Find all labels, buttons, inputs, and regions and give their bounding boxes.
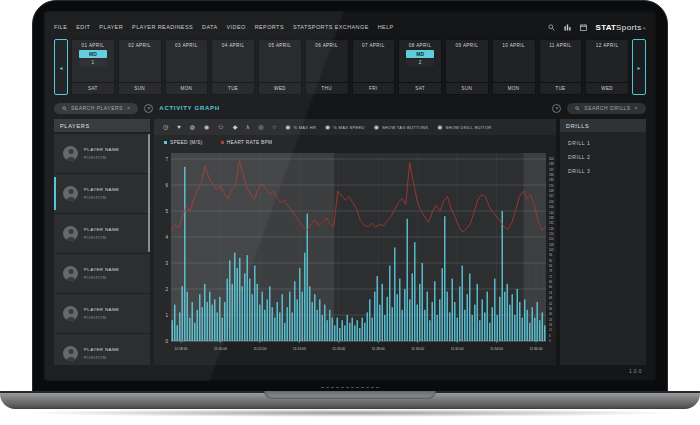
player-item[interactable]: PLAYER NAMEPOSITION bbox=[54, 334, 150, 365]
collapse-left-panel-icon[interactable]: × bbox=[144, 104, 153, 113]
date-card-middle bbox=[493, 48, 535, 82]
load-icon[interactable]: ⚇ bbox=[218, 124, 223, 130]
date-card-08-april[interactable]: 08 APRILMD2SAT bbox=[398, 39, 442, 95]
right-tick-label: 156 bbox=[549, 200, 554, 204]
menu-item-video[interactable]: VIDEO bbox=[227, 24, 246, 30]
left-tick-label: 2 bbox=[165, 287, 168, 292]
date-label: 11 APRIL bbox=[540, 40, 582, 48]
toggle-show-drill-editor[interactable]: ◉SHOW DRILL EDITOR bbox=[437, 124, 491, 130]
menu-item-edit[interactable]: EDIT bbox=[76, 24, 90, 30]
metabolic-icon[interactable]: ◍ bbox=[190, 124, 195, 130]
clear-icon[interactable]: × bbox=[127, 105, 130, 111]
toggle-max-hr[interactable]: ◉% MAX HR bbox=[285, 124, 316, 130]
laptop-shadow bbox=[20, 409, 680, 417]
x-tick-label: 11:30:00 bbox=[411, 347, 424, 351]
carousel-next-button[interactable]: ▸ bbox=[632, 39, 646, 95]
right-tick-label: 198 bbox=[549, 162, 554, 166]
menu-item-player-readiness[interactable]: PLAYER READINESS bbox=[132, 24, 193, 30]
players-scrollbar[interactable] bbox=[148, 134, 150, 252]
carousel-prev-button[interactable]: ◂ bbox=[54, 39, 68, 95]
date-card-middle bbox=[119, 48, 161, 82]
player-name: PLAYER NAME bbox=[84, 347, 119, 352]
right-axis: 0612182430364248546066727884909610210811… bbox=[549, 157, 554, 343]
drill-item-drill-1[interactable]: DRILL 1 bbox=[560, 132, 646, 146]
right-tick-label: 150 bbox=[549, 205, 554, 209]
player-position: POSITION bbox=[84, 315, 119, 320]
day-label: TUE bbox=[540, 82, 582, 94]
date-card-04-april[interactable]: 04 APRILTUE bbox=[211, 39, 255, 95]
right-tick-label: 192 bbox=[549, 168, 554, 172]
menu-item-file[interactable]: FILE bbox=[54, 24, 67, 30]
drill-item-drill-2[interactable]: DRILL 2 bbox=[560, 146, 646, 160]
left-tick-label: 7 bbox=[165, 157, 168, 162]
player-name: PLAYER NAME bbox=[84, 227, 119, 232]
radio-icon: ◉ bbox=[374, 124, 379, 130]
player-item[interactable]: PLAYER NAMEPOSITION bbox=[54, 254, 150, 293]
circle-outline-icon[interactable]: ○ bbox=[273, 124, 277, 130]
player-item[interactable]: PLAYER NAMEPOSITION bbox=[54, 134, 150, 173]
search-drills-input[interactable]: SEARCH DRILLS × bbox=[567, 103, 646, 114]
report-columns-icon[interactable] bbox=[564, 24, 571, 31]
statsports-logo: STATSports® bbox=[596, 23, 646, 32]
date-label: 09 APRIL bbox=[446, 40, 488, 48]
version-label: 1.0.0 bbox=[629, 368, 642, 374]
right-tick-label: 36 bbox=[549, 307, 553, 311]
date-card-02-april[interactable]: 02 APRILSUN bbox=[118, 39, 162, 95]
x-tick-label: 11:36:00 bbox=[530, 347, 543, 351]
right-tick-label: 48 bbox=[549, 296, 553, 300]
date-card-middle bbox=[306, 48, 348, 82]
player-item[interactable]: PLAYER NAMEPOSITION bbox=[54, 214, 150, 253]
date-card-09-april[interactable]: 09 APRILSUN bbox=[445, 39, 489, 95]
clear-icon[interactable]: × bbox=[635, 105, 638, 111]
avatar bbox=[63, 226, 78, 241]
date-card-10-april[interactable]: 10 APRILMON bbox=[492, 39, 536, 95]
menu-item-reports[interactable]: REPORTS bbox=[255, 24, 284, 30]
x-tick-label: 11:18:00 bbox=[175, 347, 188, 351]
laptop-notch bbox=[264, 391, 436, 399]
legend-label-heart-rate: HEART RATE BPM bbox=[227, 140, 273, 145]
date-card-05-april[interactable]: 05 APRILWED bbox=[258, 39, 302, 95]
menu-item-help[interactable]: HELP bbox=[378, 24, 394, 30]
search-icon bbox=[575, 106, 580, 111]
laptop-screen: FILEEDITPLAYERPLAYER READINESSDATAVIDEOR… bbox=[44, 11, 656, 381]
right-tick-label: 18 bbox=[549, 323, 553, 327]
toggle-show-tag-buttons[interactable]: ◉SHOW TAG BUTTONS bbox=[374, 124, 429, 130]
player-item[interactable]: PLAYER NAMEPOSITION bbox=[54, 174, 150, 213]
search-players-input[interactable]: SEARCH PLAYERS × bbox=[54, 103, 138, 114]
calendar-icon[interactable] bbox=[580, 24, 587, 31]
date-card-01-april[interactable]: 01 APRILMD1SAT bbox=[71, 39, 115, 95]
gauge-icon[interactable]: ◷ bbox=[163, 124, 168, 130]
player-text: PLAYER NAMEPOSITION bbox=[84, 267, 119, 280]
player-item[interactable]: PLAYER NAMEPOSITION bbox=[54, 294, 150, 333]
drill-item-drill-3[interactable]: DRILL 3 bbox=[560, 160, 646, 174]
ball-icon[interactable]: ◎ bbox=[258, 124, 263, 130]
runner-icon[interactable]: λ bbox=[246, 124, 249, 130]
date-strip: 01 APRILMD1SAT02 APRILSUN03 APRILMON04 A… bbox=[71, 39, 629, 95]
toggle-max-speed[interactable]: ◉% MAX SPEED bbox=[325, 124, 365, 130]
right-tick-label: 180 bbox=[549, 178, 554, 182]
date-card-03-april[interactable]: 03 APRILMON bbox=[165, 39, 209, 95]
laptop-lid: FILEEDITPLAYERPLAYER READINESSDATAVIDEOR… bbox=[32, 0, 668, 392]
date-card-11-april[interactable]: 11 APRILTUE bbox=[539, 39, 583, 95]
impact-icon[interactable]: ◉ bbox=[204, 124, 209, 130]
menu-item-data[interactable]: DATA bbox=[202, 24, 217, 30]
date-card-06-april[interactable]: 06 APRILTHU bbox=[305, 39, 349, 95]
day-label: SAT bbox=[72, 82, 114, 94]
x-tick-label: 11:20:00 bbox=[214, 347, 227, 351]
x-tick-label: 11:28:00 bbox=[372, 347, 385, 351]
right-tick-label: 144 bbox=[549, 211, 554, 215]
date-card-12-april[interactable]: 12 APRILWED bbox=[585, 39, 629, 95]
collapse-right-panel-icon[interactable]: × bbox=[552, 104, 561, 113]
right-tick-label: 168 bbox=[549, 189, 554, 193]
heart-icon[interactable]: ♥ bbox=[177, 124, 181, 130]
day-label: SUN bbox=[446, 82, 488, 94]
left-tick-label: 0 bbox=[165, 339, 168, 344]
date-card-middle bbox=[353, 48, 395, 82]
activity-chart[interactable]: 11:18:0011:20:0011:22:0011:24:0011:26:00… bbox=[158, 151, 560, 363]
menu-item-statsports-exchange[interactable]: STATSPORTS EXCHANGE bbox=[293, 24, 369, 30]
date-card-07-april[interactable]: 07 APRILFRI bbox=[352, 39, 396, 95]
player-name: PLAYER NAME bbox=[84, 267, 119, 272]
menu-item-player[interactable]: PLAYER bbox=[99, 24, 123, 30]
search-icon[interactable] bbox=[548, 24, 555, 31]
diamond-icon[interactable]: ◆ bbox=[233, 124, 238, 130]
